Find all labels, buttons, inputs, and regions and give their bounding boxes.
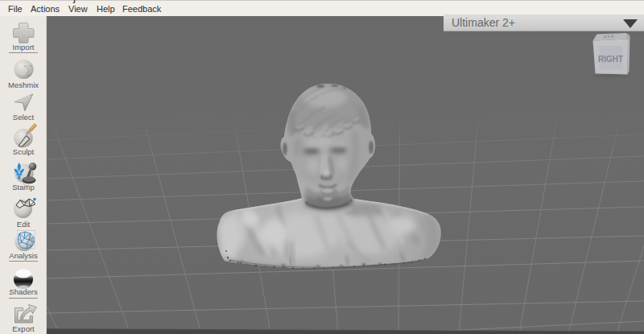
svg-text:RIGHT: RIGHT	[598, 55, 623, 64]
